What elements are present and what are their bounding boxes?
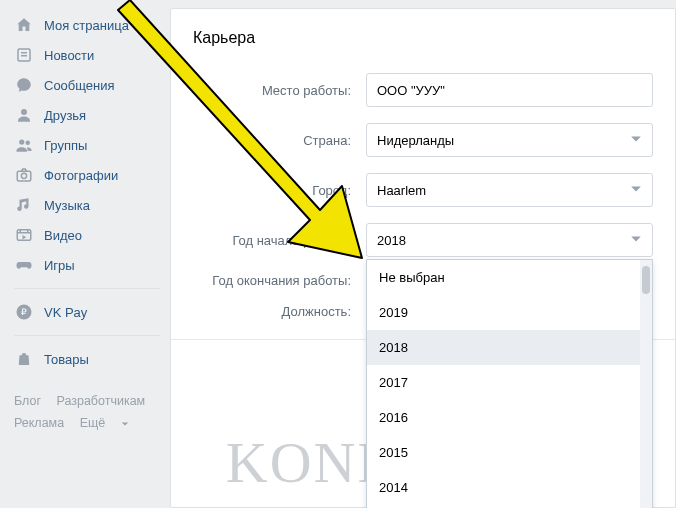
svg-point-5: [26, 141, 31, 146]
country-select[interactable]: Нидерланды: [366, 123, 653, 157]
dropdown-option[interactable]: 2015: [367, 435, 640, 470]
scrollbar[interactable]: [640, 260, 652, 508]
video-icon: [14, 225, 34, 245]
sidebar-item-games[interactable]: Игры: [14, 250, 170, 280]
sidebar-item-news[interactable]: Новости: [14, 40, 170, 70]
dropdown-option[interactable]: Не выбран: [367, 260, 640, 295]
svg-point-3: [21, 109, 27, 115]
users-icon: [14, 135, 34, 155]
sidebar-item-label: VK Pay: [44, 305, 87, 320]
label-city: Город:: [171, 183, 366, 198]
dropdown-option[interactable]: 2017: [367, 365, 640, 400]
city-value: Haarlem: [377, 183, 426, 198]
label-country: Страна:: [171, 133, 366, 148]
main: Карьера Место работы: Страна: Нидерланды…: [170, 0, 676, 508]
sidebar-item-label: Видео: [44, 228, 82, 243]
sidebar-item-label: Музыка: [44, 198, 90, 213]
city-select[interactable]: Haarlem: [366, 173, 653, 207]
sidebar-item-label: Фотографии: [44, 168, 118, 183]
sidebar-item-vkpay[interactable]: ₽ VK Pay: [14, 297, 170, 327]
sidebar-item-label: Товары: [44, 352, 89, 367]
music-icon: [14, 195, 34, 215]
footer-devs[interactable]: Разработчикам: [57, 394, 146, 408]
sidebar: Моя страница Новости Сообщения Друзья Гр…: [0, 0, 170, 508]
svg-rect-8: [17, 230, 31, 241]
sidebar-item-label: Моя страница: [44, 18, 129, 33]
start-year-value: 2018: [377, 233, 406, 248]
year-dropdown: Не выбран 2019 2018 2017 2016 2015 2014 …: [366, 259, 653, 508]
dropdown-option[interactable]: 2019: [367, 295, 640, 330]
home-icon: [14, 15, 34, 35]
country-value: Нидерланды: [377, 133, 454, 148]
sidebar-item-label: Друзья: [44, 108, 86, 123]
workplace-input[interactable]: [366, 73, 653, 107]
divider: [14, 335, 160, 336]
camera-icon: [14, 165, 34, 185]
sidebar-item-video[interactable]: Видео: [14, 220, 170, 250]
sidebar-item-goods[interactable]: Товары: [14, 344, 170, 374]
footer-more[interactable]: Ещё: [80, 416, 129, 430]
label-start-year: Год начала работы:: [171, 233, 366, 248]
svg-text:₽: ₽: [21, 307, 27, 317]
sidebar-item-messages[interactable]: Сообщения: [14, 70, 170, 100]
footer-links: Блог Разработчикам Реклама Ещё: [14, 390, 170, 434]
user-icon: [14, 105, 34, 125]
chevron-down-icon: [630, 183, 642, 198]
sidebar-item-label: Игры: [44, 258, 75, 273]
label-end-year: Год окончания работы:: [171, 273, 366, 288]
start-year-select[interactable]: 2018: [366, 223, 653, 257]
svg-point-7: [21, 173, 26, 178]
gamepad-icon: [14, 255, 34, 275]
sidebar-item-label: Сообщения: [44, 78, 115, 93]
footer-ads[interactable]: Реклама: [14, 416, 64, 430]
news-icon: [14, 45, 34, 65]
ruble-icon: ₽: [14, 302, 34, 322]
sidebar-item-my-page[interactable]: Моя страница: [14, 10, 170, 40]
panel-title: Карьера: [171, 9, 675, 65]
chevron-down-icon: [630, 133, 642, 148]
bag-icon: [14, 349, 34, 369]
dropdown-option[interactable]: 2018: [367, 330, 640, 365]
label-workplace: Место работы:: [171, 83, 366, 98]
dropdown-option[interactable]: 2016: [367, 400, 640, 435]
sidebar-item-music[interactable]: Музыка: [14, 190, 170, 220]
chat-icon: [14, 75, 34, 95]
career-panel: Карьера Место работы: Страна: Нидерланды…: [170, 8, 676, 508]
svg-point-4: [19, 139, 24, 144]
divider: [14, 288, 160, 289]
sidebar-item-label: Новости: [44, 48, 94, 63]
sidebar-item-photos[interactable]: Фотографии: [14, 160, 170, 190]
scrollbar-thumb[interactable]: [642, 266, 650, 294]
dropdown-option[interactable]: 2014: [367, 470, 640, 505]
label-position: Должность:: [171, 304, 366, 319]
sidebar-item-groups[interactable]: Группы: [14, 130, 170, 160]
sidebar-item-label: Группы: [44, 138, 87, 153]
footer-blog[interactable]: Блог: [14, 394, 41, 408]
sidebar-item-friends[interactable]: Друзья: [14, 100, 170, 130]
chevron-down-icon: [630, 233, 642, 248]
